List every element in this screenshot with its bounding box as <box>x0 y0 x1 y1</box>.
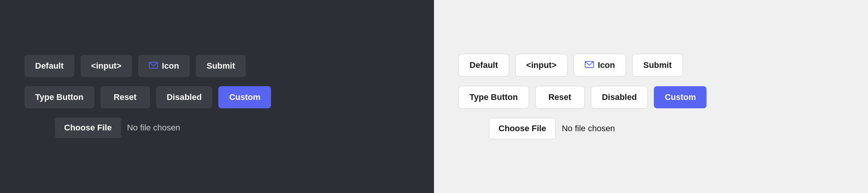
dark-custom-label: Custom <box>229 92 260 102</box>
dark-input-label: <input> <box>91 61 121 71</box>
light-type-label: Type Button <box>469 92 518 102</box>
light-disabled-button[interactable]: Disabled <box>591 86 648 109</box>
light-default-button[interactable]: Default <box>458 54 509 77</box>
dark-disabled-button[interactable]: Disabled <box>156 86 213 108</box>
envelope-icon-light <box>585 60 594 70</box>
light-type-button[interactable]: Type Button <box>458 86 529 109</box>
light-file-row: Choose File No file chosen <box>458 118 615 139</box>
light-input-button[interactable]: <input> <box>515 54 568 77</box>
dark-default-button[interactable]: Default <box>24 55 74 77</box>
light-input-label: <input> <box>526 60 557 70</box>
dark-default-label: Default <box>35 61 64 71</box>
light-default-label: Default <box>469 60 498 70</box>
dark-row-1: Default <input> Icon Submit <box>24 55 246 77</box>
light-row-1: Default <input> Icon Submit <box>458 54 683 77</box>
light-submit-button[interactable]: Submit <box>632 54 683 77</box>
light-custom-label: Custom <box>665 92 696 102</box>
dark-input-button[interactable]: <input> <box>81 55 132 77</box>
dark-choose-file-label: Choose File <box>64 123 112 132</box>
dark-reset-button[interactable]: Reset <box>100 86 150 108</box>
dark-row-2: Type Button Reset Disabled Custom <box>24 86 271 108</box>
dark-submit-label: Submit <box>207 61 235 71</box>
dark-type-label: Type Button <box>35 92 84 102</box>
dark-disabled-label: Disabled <box>167 92 202 102</box>
dark-file-row: Choose File No file chosen <box>24 117 180 138</box>
light-icon-label: Icon <box>598 60 615 70</box>
light-panel: Default <input> Icon Submit Type Button … <box>434 0 868 193</box>
light-row-2: Type Button Reset Disabled Custom <box>458 86 707 109</box>
light-choose-file-button[interactable]: Choose File <box>489 118 556 139</box>
dark-reset-label: Reset <box>114 92 137 102</box>
light-submit-label: Submit <box>643 60 672 70</box>
dark-icon-label: Icon <box>162 61 179 71</box>
light-reset-button[interactable]: Reset <box>535 86 585 109</box>
light-disabled-label: Disabled <box>602 92 637 102</box>
light-custom-button[interactable]: Custom <box>654 86 707 108</box>
light-reset-label: Reset <box>549 92 571 102</box>
dark-panel: Default <input> Icon Submit Type Button … <box>0 0 434 193</box>
dark-icon-button[interactable]: Icon <box>138 55 190 77</box>
light-choose-file-label: Choose File <box>499 124 546 133</box>
dark-submit-button[interactable]: Submit <box>196 55 246 77</box>
dark-file-status: No file chosen <box>127 123 180 133</box>
light-icon-button[interactable]: Icon <box>574 54 626 77</box>
dark-type-button[interactable]: Type Button <box>24 86 94 108</box>
dark-custom-button[interactable]: Custom <box>218 86 271 108</box>
envelope-icon <box>149 61 158 71</box>
dark-choose-file-button[interactable]: Choose File <box>55 117 121 138</box>
light-file-status: No file chosen <box>562 124 615 133</box>
